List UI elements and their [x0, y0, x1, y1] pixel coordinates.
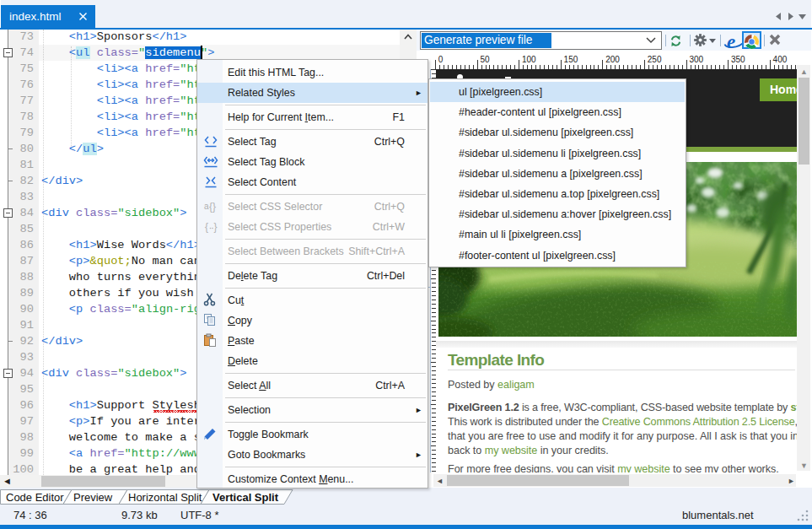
svg-text:Horizontal Split: Horizontal Split [128, 491, 202, 504]
svg-text:e: e [727, 32, 735, 52]
svg-text:{: { [205, 221, 208, 233]
svg-text:Code Editor: Code Editor [6, 491, 64, 504]
svg-text:}: } [214, 221, 218, 233]
svg-text:Preview: Preview [73, 491, 113, 504]
svg-text:{}: {} [209, 201, 216, 213]
svg-text:Vertical Split: Vertical Split [212, 491, 279, 504]
